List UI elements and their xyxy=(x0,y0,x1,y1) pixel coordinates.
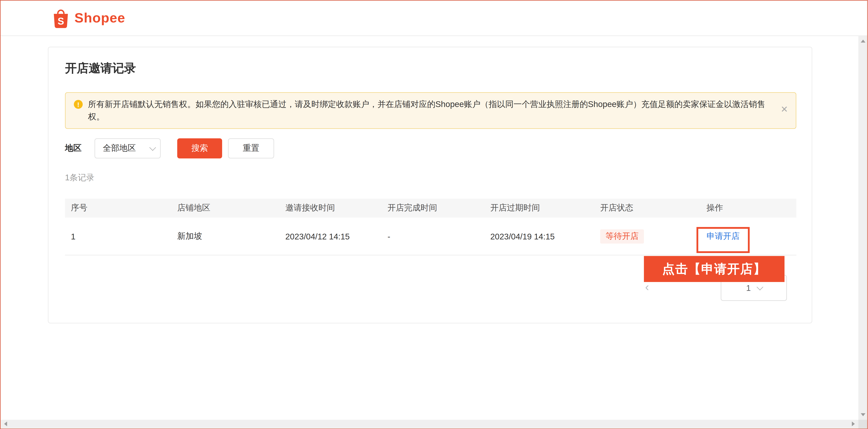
shopee-wordmark: Shopee xyxy=(74,10,125,26)
table-header-row: 序号 店铺地区 邀请接收时间 开店完成时间 开店过期时间 开店状态 操作 xyxy=(65,199,796,218)
row-status: 等待开店 xyxy=(594,229,701,244)
apply-open-store-link[interactable]: 申请开店 xyxy=(707,231,740,240)
row-expire-time: 2023/04/19 14:15 xyxy=(485,232,594,241)
col-expire-time: 开店过期时间 xyxy=(485,203,594,213)
records-table: 序号 店铺地区 邀请接收时间 开店完成时间 开店过期时间 开店状态 操作 1 新… xyxy=(65,199,796,255)
vertical-scrollbar[interactable] xyxy=(859,36,867,420)
row-region: 新加坡 xyxy=(171,231,279,241)
pagination-prev-icon[interactable]: ‹ xyxy=(645,280,649,294)
row-invite-time: 2023/04/12 14:15 xyxy=(279,232,382,241)
filter-row: 地区 全部地区 搜索 重置 xyxy=(65,138,274,159)
table-row: 1 新加坡 2023/04/12 14:15 - 2023/04/19 14:1… xyxy=(65,218,796,255)
scroll-up-icon[interactable] xyxy=(861,39,865,42)
notice-banner: ! 所有新开店铺默认无销售权。如果您的入驻审核已通过，请及时绑定收款账户，并在店… xyxy=(65,92,796,129)
col-action: 操作 xyxy=(701,203,796,213)
app-header: S Shopee xyxy=(1,1,867,36)
horizontal-scrollbar[interactable] xyxy=(1,420,859,428)
status-badge: 等待开店 xyxy=(600,229,644,244)
col-status: 开店状态 xyxy=(594,203,701,213)
col-invite-time: 邀请接收时间 xyxy=(279,203,382,213)
shopee-logo: S Shopee xyxy=(52,7,125,29)
scroll-left-icon[interactable] xyxy=(4,422,7,426)
col-complete-time: 开店完成时间 xyxy=(382,203,485,213)
notice-text: 所有新开店铺默认无销售权。如果您的入驻审核已通过，请及时绑定收款账户，并在店铺对… xyxy=(88,98,770,123)
search-button[interactable]: 搜索 xyxy=(177,138,222,159)
shopee-bag-icon: S xyxy=(52,7,70,29)
row-seq: 1 xyxy=(65,232,171,241)
scroll-right-icon[interactable] xyxy=(852,422,855,426)
close-icon[interactable]: ✕ xyxy=(781,105,788,114)
row-action: 申请开店 xyxy=(701,231,796,241)
col-seq: 序号 xyxy=(65,203,171,213)
annotation-callout: 点击【申请开店】 xyxy=(644,256,784,282)
warning-icon: ! xyxy=(74,100,83,109)
record-count: 1条记录 xyxy=(65,173,94,183)
svg-text:S: S xyxy=(58,16,64,26)
chevron-down-icon xyxy=(756,284,763,290)
page-title: 开店邀请记录 xyxy=(65,60,136,76)
region-select[interactable]: 全部地区 xyxy=(95,138,161,159)
scrollbar-corner xyxy=(859,420,867,428)
invitation-records-panel: 开店邀请记录 ! 所有新开店铺默认无销售权。如果您的入驻审核已通过，请及时绑定收… xyxy=(48,47,812,323)
browser-viewport: S Shopee 开店邀请记录 ! 所有新开店铺默认无销售权。如果您的入驻审核已… xyxy=(0,0,868,429)
row-complete-time: - xyxy=(382,232,485,241)
pagination-page-value: 1 xyxy=(746,283,751,293)
region-filter-label: 地区 xyxy=(65,143,82,154)
region-select-value: 全部地区 xyxy=(103,143,136,154)
reset-button[interactable]: 重置 xyxy=(228,138,274,159)
col-region: 店铺地区 xyxy=(171,203,279,213)
chevron-down-icon xyxy=(149,144,156,151)
scroll-down-icon[interactable] xyxy=(861,413,865,416)
